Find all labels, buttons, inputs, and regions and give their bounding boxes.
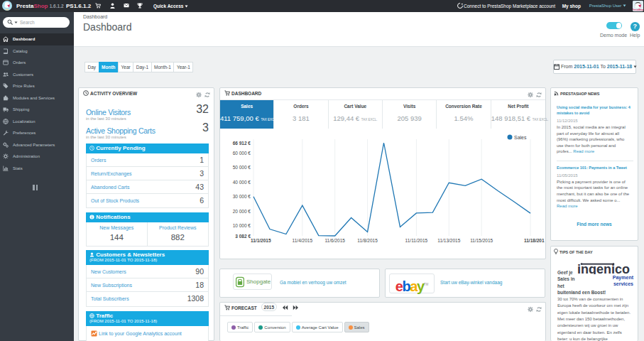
svg-text:60 000 €: 60 000 € [233, 151, 251, 156]
svg-text:30 000 €: 30 000 € [233, 194, 251, 199]
svg-text:11/15/2015: 11/15/2015 [470, 238, 493, 243]
svg-text:20 000 €: 20 000 € [233, 209, 251, 214]
svg-text:Sales: Sales [514, 135, 527, 140]
svg-text:3 082 €: 3 082 € [235, 234, 251, 239]
svg-text:11/11/2015: 11/11/2015 [405, 238, 428, 243]
svg-text:11/6/2015: 11/6/2015 [324, 238, 345, 243]
svg-text:11/13/2015: 11/13/2015 [437, 238, 460, 243]
svg-text:50 000 €: 50 000 € [233, 165, 251, 170]
svg-text:PrestaShop: PrestaShop [633, 9, 643, 11]
svg-text:11/8/2015: 11/8/2015 [357, 238, 378, 243]
svg-text:40 000 €: 40 000 € [233, 180, 251, 185]
svg-text:10 000 €: 10 000 € [233, 223, 251, 228]
svg-text:66 912 €: 66 912 € [233, 141, 251, 146]
svg-text:11/18/201: 11/18/201 [524, 238, 545, 243]
svg-text:11/1/2015: 11/1/2015 [251, 238, 271, 243]
svg-text:11/4/2015: 11/4/2015 [293, 238, 313, 243]
